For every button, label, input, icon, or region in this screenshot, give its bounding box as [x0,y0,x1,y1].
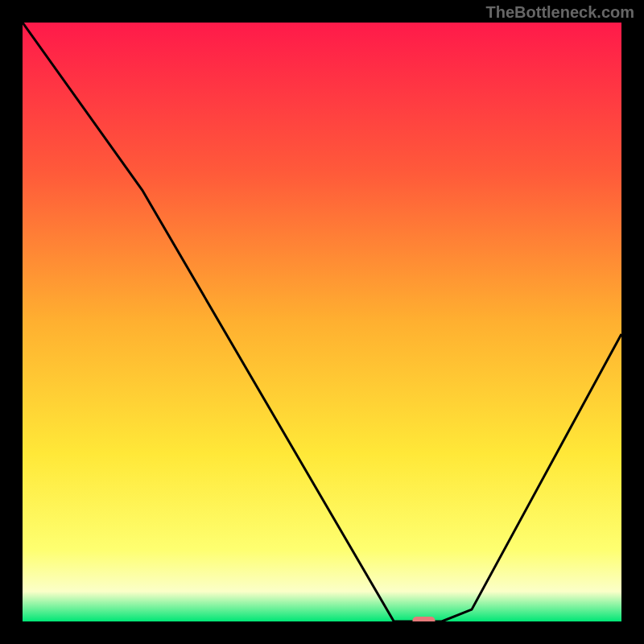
bottleneck-curve [23,23,621,621]
chart-curve-layer [23,23,621,621]
optimal-marker [412,617,435,621]
chart-area [23,23,621,621]
watermark-text: TheBottleneck.com [486,3,634,22]
